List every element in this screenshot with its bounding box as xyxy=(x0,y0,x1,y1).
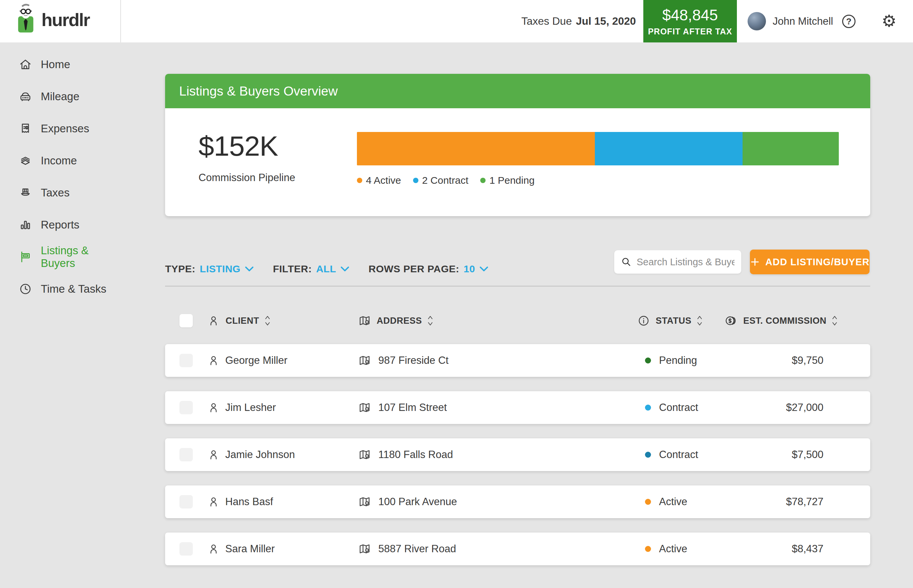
legend-item-pending: 1 Pending xyxy=(480,175,534,186)
client-name: Jamie Johnson xyxy=(225,449,295,461)
table-row[interactable]: Sara Miller 5887 River Road Active $8,43… xyxy=(165,533,870,565)
map-pin-icon xyxy=(358,401,371,414)
profit-after-tax-badge: $48,845 PROFIT AFTER TAX xyxy=(643,0,737,42)
clock-icon xyxy=(19,282,32,296)
profit-label: PROFIT AFTER TAX xyxy=(648,27,732,36)
gear-icon[interactable]: ⚙ xyxy=(882,13,897,29)
bar-chart-icon xyxy=(19,218,32,231)
sidebar-item-reports[interactable]: Reports xyxy=(0,209,120,241)
table-row[interactable]: Jamie Johnson 1180 Falls Road Contract $… xyxy=(165,438,870,471)
top-bar: hurdlr Taxes Due Jul 15, 2020 $48,845 PR… xyxy=(0,0,913,42)
brand-logo[interactable]: hurdlr xyxy=(15,3,90,35)
table-row[interactable]: Hans Basf 100 Park Avenue Active $78,727 xyxy=(165,485,870,518)
column-header-status[interactable]: STATUS xyxy=(637,314,702,327)
column-label: STATUS xyxy=(656,316,692,326)
row-checkbox[interactable] xyxy=(179,354,193,367)
money-stack-icon xyxy=(19,154,32,167)
search-icon xyxy=(621,257,632,267)
sidebar-item-expenses[interactable]: Expenses xyxy=(0,113,120,145)
map-pin-icon xyxy=(358,354,371,367)
address: 987 Fireside Ct xyxy=(378,354,448,367)
status-dot xyxy=(645,452,651,458)
pipeline-legend: 4 Active 2 Contract 1 Pending xyxy=(357,175,535,186)
legend-label: 2 Contract xyxy=(422,175,468,186)
sidebar-item-label: Home xyxy=(41,58,70,71)
rows-per-page-dropdown[interactable]: ROWS PER PAGE: 10 xyxy=(368,263,488,275)
pipeline-total-value: $152K xyxy=(199,130,278,162)
filter-value: ALL xyxy=(316,263,336,275)
sidebar-item-listings-buyers[interactable]: Listings & Buyers xyxy=(0,241,120,273)
row-checkbox[interactable] xyxy=(179,542,193,556)
bar-segment-pending xyxy=(743,132,839,165)
sidebar: Home Mileage Expenses xyxy=(0,42,120,588)
search-input[interactable] xyxy=(637,257,735,268)
filter-label: FILTER: xyxy=(273,263,312,275)
help-icon[interactable]: ? xyxy=(842,15,855,28)
car-icon xyxy=(19,90,32,103)
home-icon xyxy=(19,58,32,71)
map-pin-icon xyxy=(358,314,371,327)
status-label: Contract xyxy=(659,402,698,414)
status-label: Active xyxy=(659,543,687,555)
sidebar-item-taxes[interactable]: Taxes xyxy=(0,177,120,209)
row-checkbox[interactable] xyxy=(179,448,193,461)
est-commission: $9,750 xyxy=(792,354,823,367)
hurdlr-mascot-icon xyxy=(15,3,36,35)
type-dropdown[interactable]: TYPE: LISTING xyxy=(165,263,254,275)
rows-per-page-value: 10 xyxy=(464,263,475,275)
row-checkbox[interactable] xyxy=(179,495,193,509)
sort-arrows-icon xyxy=(697,315,702,326)
sidebar-item-income[interactable]: Income xyxy=(0,145,120,177)
table-row[interactable]: George Miller 987 Fireside Ct Pending $9… xyxy=(165,344,870,377)
taxes-due: Taxes Due Jul 15, 2020 xyxy=(521,0,636,42)
bar-segment-active xyxy=(357,132,595,165)
taxes-due-label: Taxes Due xyxy=(521,15,572,27)
overview-title: Listings & Buyers Overview xyxy=(179,84,338,99)
rows-per-page-label: ROWS PER PAGE: xyxy=(368,263,459,275)
legend-item-contract: 2 Contract xyxy=(413,175,468,186)
map-pin-icon xyxy=(358,543,371,555)
est-commission: $7,500 xyxy=(792,449,823,461)
legend-label: 4 Active xyxy=(366,175,401,186)
column-label: EST. COMMISSION xyxy=(743,316,826,326)
pipeline-total-label: Commission Pipeline xyxy=(199,172,295,184)
person-icon xyxy=(207,496,220,508)
filter-dropdown[interactable]: FILTER: ALL xyxy=(273,263,349,275)
sidebar-item-label: Income xyxy=(41,154,77,167)
sort-arrows-icon xyxy=(265,315,270,326)
sidebar-item-mileage[interactable]: Mileage xyxy=(0,81,120,113)
column-header-address[interactable]: ADDRESS xyxy=(358,314,433,327)
listings-buyers-overview-card: Listings & Buyers Overview $152K Commiss… xyxy=(165,74,870,216)
status-dot xyxy=(645,546,651,552)
brand-wordmark: hurdlr xyxy=(42,9,90,35)
row-checkbox[interactable] xyxy=(179,401,193,414)
overview-card-header: Listings & Buyers Overview xyxy=(165,74,870,108)
table-row[interactable]: Jim Lesher 107 Elm Street Contract $27,0… xyxy=(165,391,870,424)
sidebar-item-label: Reports xyxy=(41,218,79,231)
add-button-label: ADD LISTING/BUYER xyxy=(765,257,869,268)
user-name[interactable]: John Mitchell xyxy=(772,0,833,42)
user-avatar[interactable] xyxy=(748,12,766,31)
status-dot xyxy=(645,357,651,363)
address: 5887 River Road xyxy=(378,543,456,555)
sidebar-item-time-tasks[interactable]: Time & Tasks xyxy=(0,273,120,305)
est-commission: $27,000 xyxy=(786,402,823,414)
column-header-client[interactable]: CLIENT xyxy=(207,314,270,327)
legend-label: 1 Pending xyxy=(489,175,534,186)
select-all-checkbox[interactable] xyxy=(179,314,193,328)
type-label: TYPE: xyxy=(165,263,196,275)
sort-arrows-icon xyxy=(428,315,433,326)
map-pin-icon xyxy=(358,496,371,508)
type-value: LISTING xyxy=(200,263,241,275)
legend-dot-contract xyxy=(413,178,419,183)
filter-row: TYPE: LISTING FILTER: ALL ROWS PER PAGE:… xyxy=(165,258,488,280)
sidebar-item-home[interactable]: Home xyxy=(0,48,120,81)
table-header: CLIENT ADDRESS xyxy=(165,302,870,339)
topbar-divider xyxy=(120,0,121,42)
client-name: Hans Basf xyxy=(225,496,273,508)
add-listing-buyer-button[interactable]: ADD LISTING/BUYER xyxy=(750,250,869,274)
person-icon xyxy=(207,401,220,414)
column-header-est-commission[interactable]: EST. COMMISSION xyxy=(725,314,837,327)
chevron-down-icon xyxy=(245,266,254,271)
legend-dot-active xyxy=(357,178,362,183)
